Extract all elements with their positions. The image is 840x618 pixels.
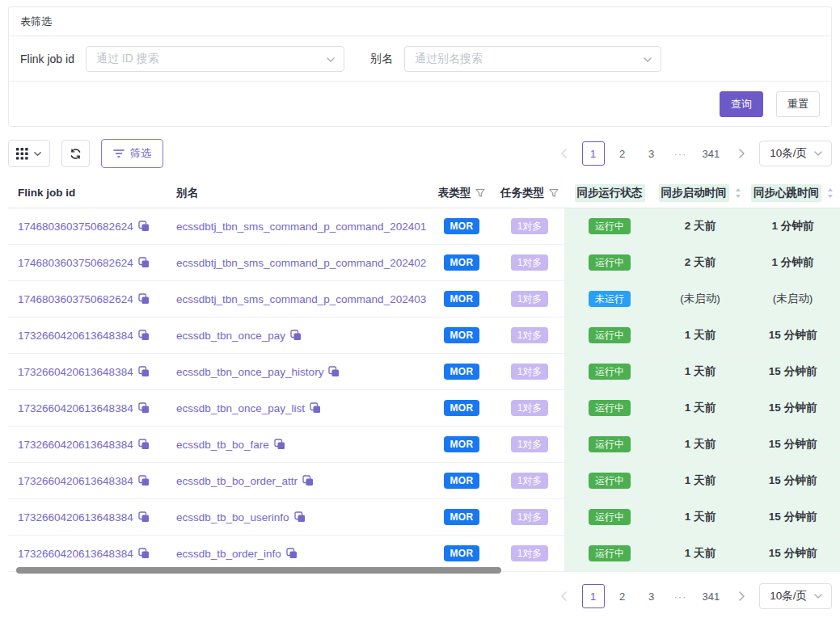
alias-link[interactable]: ecssdb_tbn_once_pay_list — [176, 402, 305, 414]
alias-link[interactable]: ecssdb_tb_order_info — [176, 548, 281, 560]
col-header-sync-status: 同步运行状态 — [564, 178, 655, 208]
horizontal-scrollbar — [8, 566, 840, 574]
refresh-button[interactable] — [61, 140, 90, 167]
prev-page-button[interactable] — [553, 584, 576, 608]
page-size-label: 10条/页 — [770, 589, 807, 603]
copy-icon[interactable] — [138, 293, 150, 305]
copy-icon[interactable] — [138, 402, 150, 414]
copy-icon[interactable] — [138, 511, 150, 523]
copy-icon[interactable] — [138, 548, 150, 559]
page-ellipsis[interactable]: ··· — [669, 141, 692, 166]
job-id-link[interactable]: 1732660420613648384 — [18, 511, 133, 523]
sync-heartbeat-time: 15 分钟前 — [769, 510, 817, 524]
table-row: 1732660420613648384 ecssdb_tbn_once_pay_… — [8, 354, 840, 390]
sync-heartbeat-time: 15 分钟前 — [769, 401, 817, 415]
page-size-select[interactable]: 10条/页 — [759, 141, 832, 166]
sync-heartbeat-time: 15 分钟前 — [769, 546, 817, 561]
table-type-badge: MOR — [444, 473, 480, 489]
chevron-down-icon — [813, 149, 823, 158]
copy-icon[interactable] — [310, 402, 321, 414]
job-id-link[interactable]: 1732660420613648384 — [18, 475, 133, 487]
sync-start-time: 1 天前 — [685, 546, 715, 561]
table-row: 1732660420613648384 ecssdb_tb_bo_order_a… — [8, 463, 840, 499]
alias-select[interactable]: 通过别名搜索 — [404, 46, 661, 72]
task-type-badge: 1对多 — [511, 436, 549, 452]
copy-icon[interactable] — [138, 475, 150, 486]
table-row: 1746803603750682624 ecssdbtj_tbn_sms_com… — [8, 208, 840, 245]
page-number-button[interactable]: 2 — [611, 141, 634, 166]
alias-link[interactable]: ecssdbtj_tbn_sms_command_p_command_20240… — [176, 221, 426, 233]
alias-link[interactable]: ecssdb_tb_bo_order_attr — [176, 475, 298, 487]
alias-link[interactable]: ecssdb_tbn_once_pay — [176, 330, 285, 342]
page-number-button[interactable]: 341 — [699, 141, 724, 166]
next-page-button[interactable] — [730, 584, 753, 608]
flink-job-id-select[interactable]: 通过 ID 搜索 — [86, 46, 344, 72]
copy-icon[interactable] — [328, 366, 340, 377]
page-number-button[interactable]: 1 — [582, 584, 605, 608]
page-ellipsis[interactable]: ··· — [669, 584, 692, 608]
job-id-link[interactable]: 1732660420613648384 — [18, 366, 133, 378]
sync-heartbeat-time: 15 分钟前 — [769, 437, 817, 452]
col-header-alias: 别名 — [167, 178, 428, 208]
task-type-badge: 1对多 — [511, 218, 549, 234]
query-button[interactable]: 查询 — [720, 91, 763, 117]
task-type-badge: 1对多 — [511, 291, 549, 307]
page-size-select[interactable]: 10条/页 — [759, 583, 832, 609]
sync-status-badge: 运行中 — [589, 254, 631, 271]
table-type-badge: MOR — [444, 327, 480, 343]
job-id-link[interactable]: 1732660420613648384 — [18, 330, 133, 342]
copy-icon[interactable] — [274, 439, 285, 450]
horizontal-scrollbar-thumb[interactable] — [16, 567, 501, 574]
sorter-icon[interactable] — [826, 187, 834, 199]
filter-funnel-icon[interactable] — [549, 188, 559, 198]
alias-link[interactable]: ecssdb_tb_bo_userinfo — [176, 511, 289, 523]
copy-icon[interactable] — [138, 257, 150, 268]
copy-icon[interactable] — [290, 330, 302, 341]
task-type-badge: 1对多 — [511, 509, 549, 525]
job-id-link[interactable]: 1746803603750682624 — [18, 293, 133, 305]
copy-icon[interactable] — [138, 221, 150, 232]
job-id-link[interactable]: 1732660420613648384 — [18, 402, 133, 414]
copy-icon[interactable] — [138, 330, 150, 341]
page-number-button[interactable]: 2 — [611, 584, 634, 608]
table-type-badge: MOR — [444, 364, 480, 380]
alias-link[interactable]: ecssdbtj_tbn_sms_command_p_command_20240… — [176, 293, 426, 305]
copy-icon[interactable] — [138, 366, 150, 377]
page-number-button[interactable]: 3 — [640, 584, 663, 608]
filter-funnel-icon[interactable] — [475, 188, 485, 198]
sync-status-badge: 运行中 — [589, 327, 631, 343]
copy-icon[interactable] — [294, 511, 306, 523]
sorter-icon[interactable] — [734, 187, 742, 199]
job-id-link[interactable]: 1732660420613648384 — [18, 439, 133, 451]
sync-heartbeat-time: (未启动) — [773, 292, 813, 306]
column-settings-button[interactable] — [8, 140, 50, 167]
prev-page-button[interactable] — [553, 141, 576, 166]
sync-status-badge: 运行中 — [589, 218, 631, 234]
alias-link[interactable]: ecssdb_tbn_once_pay_history — [176, 366, 323, 378]
filter-button[interactable]: 筛选 — [101, 139, 163, 168]
sync-heartbeat-time: 1 分钟前 — [772, 255, 814, 270]
copy-icon[interactable] — [138, 439, 150, 450]
job-id-link[interactable]: 1746803603750682624 — [18, 221, 133, 233]
job-id-link[interactable]: 1746803603750682624 — [18, 257, 133, 269]
copy-icon[interactable] — [286, 548, 298, 559]
table-row: 1732660420613648384 ecssdb_tbn_once_pay … — [8, 317, 840, 354]
page-number-button[interactable]: 341 — [699, 584, 724, 608]
page-number-button[interactable]: 1 — [582, 141, 605, 166]
filter-lines-icon — [113, 149, 125, 158]
sync-heartbeat-time: 15 分钟前 — [769, 328, 817, 343]
job-id-link[interactable]: 1732660420613648384 — [18, 548, 133, 560]
alias-link[interactable]: ecssdbtj_tbn_sms_command_p_command_20240… — [176, 257, 426, 269]
table-type-badge: MOR — [444, 291, 480, 307]
reset-button[interactable]: 重置 — [776, 91, 820, 117]
filter-button-label: 筛选 — [130, 146, 151, 161]
page-number-button[interactable]: 3 — [640, 141, 663, 166]
copy-icon[interactable] — [302, 475, 314, 486]
next-page-button[interactable] — [730, 141, 753, 166]
sync-start-time: 2 天前 — [685, 255, 715, 270]
table-body: 1746803603750682624 ecssdbtj_tbn_sms_com… — [8, 208, 840, 572]
alias-link[interactable]: ecssdb_tb_bo_fare — [176, 439, 269, 451]
col-header-sync-start-time: 同步启动时间 — [655, 178, 745, 208]
sync-status-badge: 运行中 — [589, 509, 631, 525]
table-type-badge: MOR — [444, 509, 480, 525]
